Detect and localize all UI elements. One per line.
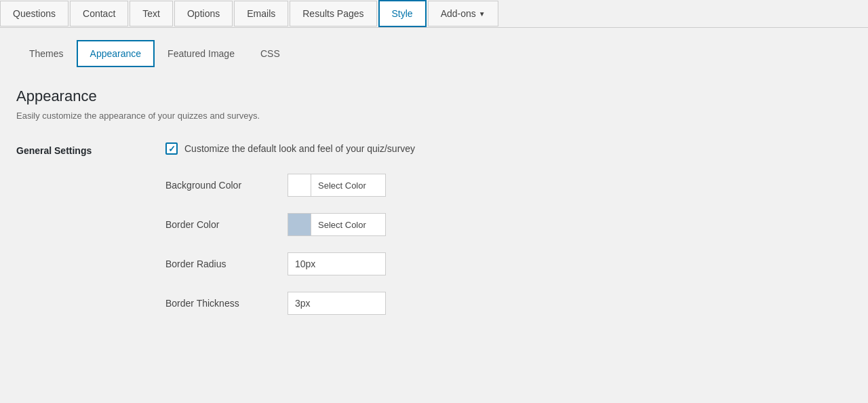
border-color-label: Border Color bbox=[165, 219, 274, 230]
border-thickness-label: Border Thickness bbox=[165, 298, 274, 309]
border-radius-label: Border Radius bbox=[165, 258, 274, 269]
background-color-btn-label: Select Color bbox=[311, 180, 373, 191]
customize-checkbox-row[interactable]: ✓ Customize the default look and feel of… bbox=[165, 142, 852, 155]
sub-nav-item-appearance[interactable]: Appearance bbox=[77, 40, 155, 67]
border-color-btn-label: Select Color bbox=[311, 220, 373, 230]
background-color-row: Background Color Select Color bbox=[165, 174, 852, 197]
top-nav-tab-results-pages[interactable]: Results Pages bbox=[290, 1, 376, 26]
border-thickness-input[interactable] bbox=[288, 292, 386, 315]
sub-navigation: ThemesAppearanceFeatured ImageCSS bbox=[0, 28, 868, 67]
background-color-swatch bbox=[288, 174, 311, 197]
top-nav-tab-add-ons[interactable]: Add-ons▼ bbox=[428, 1, 498, 26]
dropdown-arrow-icon: ▼ bbox=[479, 10, 486, 18]
customize-checkbox[interactable]: ✓ bbox=[165, 142, 178, 155]
checkmark-icon: ✓ bbox=[168, 144, 176, 154]
border-color-row: Border Color Select Color bbox=[165, 213, 852, 236]
border-color-swatch bbox=[288, 213, 311, 236]
top-navigation: QuestionsContactTextOptionsEmailsResults… bbox=[0, 0, 868, 28]
border-color-button[interactable]: Select Color bbox=[288, 213, 386, 236]
settings-fields: ✓ Customize the default look and feel of… bbox=[165, 142, 852, 331]
border-radius-input[interactable] bbox=[288, 252, 386, 275]
sub-nav-item-themes[interactable]: Themes bbox=[16, 41, 77, 66]
sub-nav-item-featured-image[interactable]: Featured Image bbox=[155, 41, 248, 66]
border-radius-row: Border Radius bbox=[165, 252, 852, 275]
sub-nav-item-css[interactable]: CSS bbox=[248, 41, 293, 66]
border-thickness-row: Border Thickness bbox=[165, 292, 852, 315]
general-settings-label: General Settings bbox=[16, 142, 125, 331]
background-color-label: Background Color bbox=[165, 180, 274, 191]
top-nav-tab-contact[interactable]: Contact bbox=[70, 1, 128, 26]
customize-checkbox-label: Customize the default look and feel of y… bbox=[184, 143, 415, 154]
top-nav-tab-style[interactable]: Style bbox=[378, 0, 427, 27]
background-color-button[interactable]: Select Color bbox=[288, 174, 386, 197]
top-nav-tab-emails[interactable]: Emails bbox=[234, 1, 288, 26]
settings-container: General Settings ✓ Customize the default… bbox=[16, 142, 852, 331]
top-nav-tab-text[interactable]: Text bbox=[130, 1, 173, 26]
page-description: Easily customize the appearance of your … bbox=[16, 111, 852, 121]
top-nav-tab-options[interactable]: Options bbox=[174, 1, 233, 26]
top-nav-tab-questions[interactable]: Questions bbox=[0, 1, 68, 26]
page-title: Appearance bbox=[16, 88, 852, 105]
main-content: Appearance Easily customize the appearan… bbox=[0, 67, 868, 351]
